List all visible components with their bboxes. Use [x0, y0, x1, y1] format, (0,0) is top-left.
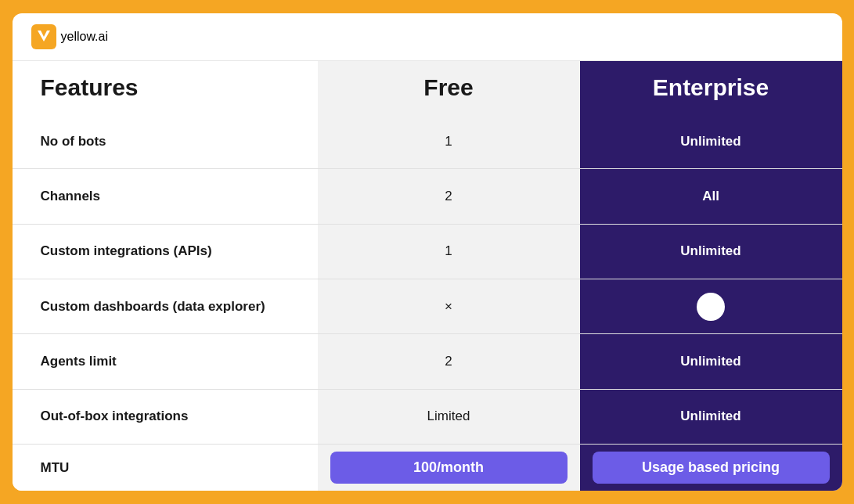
cross-icon: × [445, 299, 452, 315]
header-free-cell: Free [318, 61, 580, 114]
feature-label-channels: Channels [41, 189, 101, 204]
feature-label-bots: No of bots [41, 134, 106, 149]
enterprise-cell-apis: Unlimited [580, 225, 842, 279]
feature-label-outofbox: Out-of-box integrations [41, 409, 189, 424]
table-body: No of bots 1 Unlimited Channels 2 All [13, 114, 842, 444]
table-row: Channels 2 All [13, 168, 842, 223]
logo-text: yellow.ai [61, 30, 108, 44]
feature-cell-agents: Agents limit [13, 334, 318, 388]
mtu-free-button[interactable]: 100/month [330, 452, 568, 484]
free-value-bots: 1 [445, 134, 452, 149]
feature-label-apis: Custom integrations (APIs) [41, 243, 212, 259]
enterprise-cell-agents: Unlimited [580, 334, 842, 388]
feature-label-agents: Agents limit [41, 354, 117, 369]
feature-cell-apis: Custom integrations (APIs) [13, 225, 318, 279]
mtu-free-cell: 100/month [318, 445, 580, 491]
enterprise-value-outofbox: Unlimited [680, 409, 740, 424]
mtu-enterprise-cell: Usage based pricing [580, 445, 842, 491]
feature-cell-dashboards: Custom dashboards (data explorer) [13, 279, 318, 333]
features-heading: Features [41, 74, 139, 101]
header-features-cell: Features [13, 61, 318, 114]
free-cell-dashboards: × [318, 279, 580, 333]
feature-cell-channels: Channels [13, 169, 318, 223]
enterprise-cell-bots: Unlimited [580, 114, 842, 168]
free-cell-agents: 2 [318, 334, 580, 388]
free-cell-bots: 1 [318, 114, 580, 168]
free-cell-apis: 1 [318, 225, 580, 279]
enterprise-value-agents: Unlimited [680, 354, 740, 369]
free-value-outofbox: Limited [427, 409, 470, 424]
free-cell-outofbox: Limited [318, 390, 580, 444]
enterprise-cell-outofbox: Unlimited [580, 390, 842, 444]
mtu-feature-cell: MTU [13, 445, 318, 491]
pricing-table: Features Free Enterprise No of bots 1 Un… [13, 61, 842, 491]
checkmark-icon: ✓ [705, 298, 716, 315]
free-value-channels: 2 [445, 189, 452, 204]
enterprise-value-bots: Unlimited [680, 134, 740, 149]
enterprise-cell-dashboards: ✓ [580, 279, 842, 333]
enterprise-cell-channels: All [580, 169, 842, 223]
free-cell-channels: 2 [318, 169, 580, 223]
check-circle-icon: ✓ [697, 293, 725, 321]
mtu-label: MTU [41, 460, 70, 476]
free-heading: Free [423, 74, 473, 101]
table-row: Out-of-box integrations Limited Unlimite… [13, 389, 842, 444]
enterprise-value-channels: All [702, 189, 719, 204]
table-row: Custom dashboards (data explorer) × ✓ [13, 279, 842, 333]
free-value-apis: 1 [445, 243, 452, 259]
table-row: Custom integrations (APIs) 1 Unlimited [13, 224, 842, 279]
feature-cell-outofbox: Out-of-box integrations [13, 390, 318, 444]
table-row: No of bots 1 Unlimited [13, 114, 842, 168]
header-enterprise-cell: Enterprise [580, 61, 842, 114]
feature-label-dashboards: Custom dashboards (data explorer) [41, 299, 265, 315]
enterprise-heading: Enterprise [653, 74, 769, 101]
enterprise-value-apis: Unlimited [680, 243, 740, 259]
yellow-ai-logo-icon [31, 24, 56, 49]
free-value-agents: 2 [445, 354, 452, 369]
table-header: Features Free Enterprise [13, 61, 842, 114]
table-row: Agents limit 2 Unlimited [13, 333, 842, 388]
mtu-row: MTU 100/month Usage based pricing [13, 444, 842, 491]
pricing-card: yellow.ai Features Free Enterprise No of… [13, 13, 842, 491]
logo-bar: yellow.ai [13, 13, 842, 61]
feature-cell-bots: No of bots [13, 114, 318, 168]
mtu-enterprise-button[interactable]: Usage based pricing [593, 452, 830, 484]
